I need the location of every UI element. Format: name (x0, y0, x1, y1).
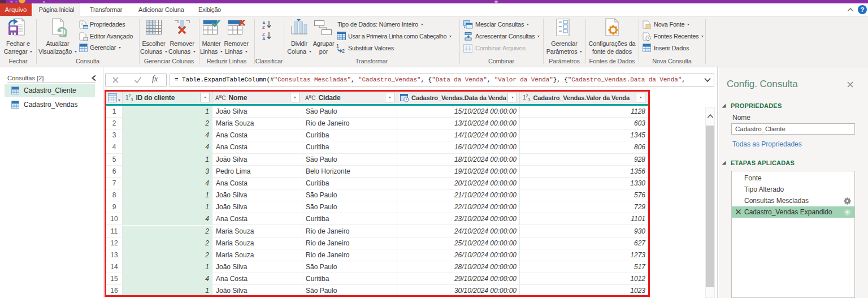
svg-text:1: 1 (336, 43, 339, 49)
svg-text:2: 2 (342, 48, 345, 53)
svg-text:A: A (262, 36, 266, 41)
svg-text:Z: Z (262, 25, 265, 29)
